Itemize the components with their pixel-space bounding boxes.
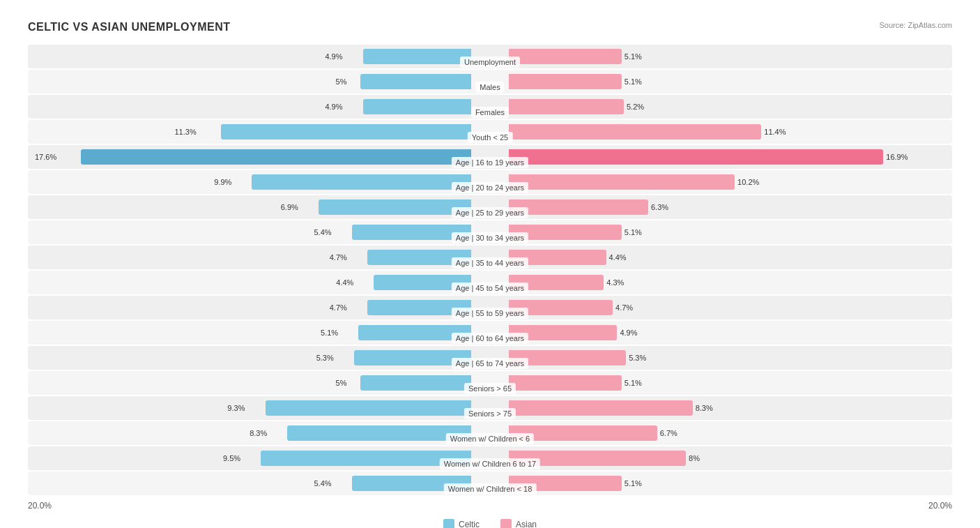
bar-right-section: 5.3% (509, 348, 952, 368)
bar-left-section: 9.9% (28, 172, 471, 192)
row-label: Unemployment (460, 56, 520, 68)
value-right: 5.1% (625, 52, 642, 61)
bar-right-section: 5.1% (509, 474, 952, 493)
row-label: Youth < 25 (468, 132, 513, 143)
bar-left-section: 5% (28, 373, 471, 393)
bar-right (509, 149, 884, 165)
bar-right-section: 4.9% (509, 323, 952, 342)
value-left: 5.4% (314, 228, 331, 236)
legend-asian: Asian (500, 519, 537, 528)
chart-row: 4.7% Age | 35 to 44 years 4.4% (28, 246, 952, 269)
bar-right-section: 8% (509, 448, 952, 468)
bar-right (509, 74, 622, 89)
value-left: 17.6% (35, 153, 56, 161)
row-label: Age | 45 to 54 years (452, 282, 528, 294)
value-left: 4.7% (330, 253, 347, 262)
bar-left-section: 4.7% (28, 298, 471, 317)
chart-row: 4.9% Unemployment 5.1% (28, 45, 952, 68)
row-label: Age | 30 to 34 years (452, 232, 528, 243)
bar-right-section: 10.2% (509, 172, 952, 192)
chart-row: 9.9% Age | 20 to 24 years 10.2% (28, 170, 952, 194)
chart-row: 6.9% Age | 25 to 29 years 6.3% (28, 195, 952, 219)
chart-row: 5.1% Age | 60 to 64 years 4.9% (28, 321, 952, 345)
value-right: 4.7% (615, 303, 633, 312)
x-axis-right: 20.0% (509, 501, 952, 511)
value-right: 4.3% (606, 278, 624, 287)
chart-row: 4.4% Age | 45 to 54 years 4.3% (28, 271, 952, 294)
value-right: 8.3% (696, 404, 713, 412)
legend-celtic: Celtic (443, 519, 480, 528)
value-right: 11.4% (764, 128, 786, 136)
value-left: 9.9% (214, 178, 231, 186)
legend-asian-box (500, 519, 512, 528)
row-label: Females (471, 107, 509, 118)
bar-right (509, 174, 735, 190)
x-axis: 20.0% 20.0% (28, 501, 952, 511)
value-right: 5.1% (625, 479, 642, 488)
bar-left-section: 5.4% (28, 222, 471, 242)
bar-right (509, 124, 762, 139)
row-label: Age | 35 to 44 years (452, 257, 528, 269)
bar-left (319, 199, 472, 215)
value-right: 16.9% (886, 153, 908, 161)
chart-row: 5% Males 5.1% (28, 70, 952, 93)
bar-right (509, 400, 693, 416)
value-left: 4.4% (336, 278, 353, 287)
value-right: 5.1% (625, 77, 642, 86)
value-left: 4.9% (325, 103, 342, 111)
chart-source: Source: ZipAtlas.com (879, 21, 952, 29)
value-right: 6.3% (651, 203, 668, 211)
value-left: 11.3% (174, 128, 196, 136)
bar-left-section: 4.7% (28, 248, 471, 267)
bar-right-section: 5.1% (509, 222, 952, 242)
chart-row: 5.3% Age | 65 to 74 years 5.3% (28, 346, 952, 370)
chart-row: 17.6% Age | 16 to 19 years 16.9% (28, 145, 952, 169)
bar-left (252, 174, 471, 190)
row-label: Women w/ Children < 6 (446, 433, 534, 444)
chart-header: CELTIC VS ASIAN UNEMPLOYMENT Source: Zip… (28, 21, 952, 33)
row-label: Seniors > 75 (464, 408, 516, 419)
x-axis-left-label: 20.0% (28, 501, 52, 511)
bar-left (266, 400, 472, 416)
bar-right (509, 99, 624, 114)
bar-left-section: 9.3% (28, 398, 471, 418)
bar-left-section: 9.5% (28, 448, 471, 468)
row-label: Age | 65 to 74 years (452, 358, 528, 369)
chart-row: 9.5% Women w/ Children 6 to 17 8% (28, 446, 952, 470)
bar-left (221, 124, 472, 139)
bar-left-section: 4.9% (28, 97, 471, 116)
bar-left-section: 8.3% (28, 423, 471, 443)
value-left: 4.9% (325, 52, 342, 61)
bar-right-section: 16.9% (509, 147, 952, 167)
chart-row: 5.4% Women w/ Children < 18 5.1% (28, 472, 952, 495)
value-left: 9.5% (223, 454, 240, 462)
chart-row: 5% Seniors > 65 5.1% (28, 371, 952, 395)
bar-right-section: 4.3% (509, 273, 952, 292)
bar-left (81, 149, 471, 165)
bar-left-section: 5.3% (28, 348, 471, 368)
bar-left (360, 74, 471, 89)
value-left: 8.3% (250, 429, 267, 437)
value-right: 5.1% (625, 379, 642, 387)
chart-title: CELTIC VS ASIAN UNEMPLOYMENT (28, 21, 230, 33)
bar-left-section: 4.9% (28, 47, 471, 66)
value-right: 6.7% (660, 429, 677, 437)
legend-asian-label: Asian (516, 520, 537, 528)
bar-right (509, 49, 622, 64)
value-left: 5.4% (314, 479, 331, 488)
value-left: 9.3% (227, 404, 245, 412)
row-label: Age | 25 to 29 years (452, 207, 528, 218)
chart-row: 5.4% Age | 30 to 34 years 5.1% (28, 220, 952, 244)
bar-left (363, 99, 472, 114)
value-right: 8% (689, 454, 700, 462)
bar-left-section: 6.9% (28, 197, 471, 217)
legend-celtic-box (443, 519, 454, 528)
value-left: 5.3% (316, 354, 334, 362)
value-right: 5.2% (627, 103, 644, 111)
bar-right-section: 5.1% (509, 373, 952, 393)
value-left: 4.7% (330, 303, 347, 312)
bar-left (363, 49, 472, 64)
chart-row: 11.3% Youth < 25 11.4% (28, 120, 952, 144)
value-left: 6.9% (281, 203, 298, 211)
value-right: 5.3% (629, 354, 646, 362)
